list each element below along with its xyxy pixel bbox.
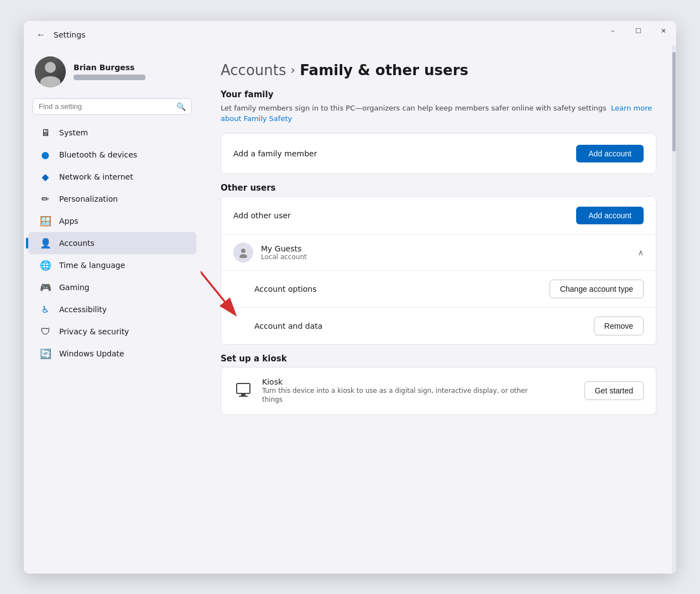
sidebar-item-label-accounts: Accounts [59, 239, 95, 248]
time-icon: 🌐 [39, 259, 51, 271]
user-email-bar [74, 75, 145, 80]
user-section: Brian Burgess [24, 46, 201, 96]
get-started-button[interactable]: Get started [584, 381, 644, 400]
sidebar-item-label-time: Time & language [59, 261, 125, 270]
title-bar: ← Settings − ☐ ✕ [24, 21, 676, 46]
your-family-title: Your family [221, 90, 656, 99]
network-icon: ◆ [39, 171, 51, 183]
search-icon: 🔍 [176, 102, 186, 111]
sidebar-item-label-system: System [59, 128, 88, 137]
other-users-section: Other users Add other user Add account [221, 183, 656, 345]
accounts-icon: 👤 [39, 237, 51, 249]
sidebar-item-apps[interactable]: 🪟 Apps [28, 210, 196, 232]
add-other-user-row: Add other user Add account [221, 197, 656, 235]
account-options-row: Account options Change account type [221, 271, 656, 308]
kiosk-desc: Turn this device into a kiosk to use as … [262, 386, 550, 405]
scrollbar-track[interactable] [672, 46, 676, 574]
breadcrumb-separator: › [291, 63, 296, 77]
sidebar-item-accessibility[interactable]: ♿ Accessibility [28, 298, 196, 320]
sidebar-item-gaming[interactable]: 🎮 Gaming [28, 276, 196, 298]
kiosk-icon [233, 381, 253, 401]
sidebar-item-label-personalization: Personalization [59, 195, 118, 203]
sidebar-item-privacy[interactable]: 🛡 Privacy & security [28, 320, 196, 343]
my-guests-left: My Guests Local account [233, 243, 307, 262]
svg-rect-3 [241, 393, 245, 396]
apps-icon: 🪟 [39, 215, 51, 227]
other-users-title: Other users [221, 183, 656, 193]
add-family-row: Add a family member Add account [221, 134, 656, 174]
accessibility-icon: ♿ [39, 303, 51, 316]
sidebar: Brian Burgess 🔍 🖥 System ● Bluetooth & d… [24, 46, 201, 574]
settings-window: ← Settings − ☐ ✕ Brian Burgess 🔍 [24, 21, 676, 574]
kiosk-info: Kiosk Turn this device into a kiosk to u… [262, 377, 550, 405]
sidebar-item-windows-update[interactable]: 🔄 Windows Update [28, 343, 196, 365]
breadcrumb: Accounts › Family & other users [221, 62, 656, 78]
add-family-card: Add a family member Add account [221, 133, 656, 174]
kiosk-left: Kiosk Turn this device into a kiosk to u… [233, 377, 550, 405]
my-guests-row[interactable]: My Guests Local account ∧ [221, 235, 656, 271]
account-detail-rows: Account options Change account type Acco… [221, 271, 656, 344]
sidebar-item-label-bluetooth: Bluetooth & devices [59, 150, 137, 159]
sidebar-item-time[interactable]: 🌐 Time & language [28, 254, 196, 276]
remove-button[interactable]: Remove [594, 317, 644, 335]
add-family-account-button[interactable]: Add account [576, 145, 644, 162]
avatar [35, 56, 66, 87]
bluetooth-icon: ● [39, 149, 51, 161]
search-input[interactable] [39, 102, 172, 111]
guest-info: My Guests Local account [261, 244, 307, 261]
main-layout: Brian Burgess 🔍 🖥 System ● Bluetooth & d… [24, 46, 676, 574]
sidebar-item-accounts[interactable]: 👤 Accounts [28, 232, 196, 254]
your-family-section: Your family Let family members sign in t… [221, 90, 656, 174]
add-other-account-button[interactable]: Add account [576, 207, 644, 224]
search-box[interactable]: 🔍 [33, 98, 192, 115]
svg-rect-4 [239, 396, 248, 397]
gaming-icon: 🎮 [39, 281, 51, 293]
content-area: Accounts › Family & other users Your fam… [201, 46, 676, 574]
chevron-up-icon: ∧ [638, 248, 644, 257]
user-name: Brian Burgess [74, 63, 145, 72]
maximize-button[interactable]: ☐ [625, 21, 651, 41]
user-info: Brian Burgess [74, 63, 145, 80]
breadcrumb-accounts: Accounts [221, 62, 286, 78]
sidebar-item-label-windows-update: Windows Update [59, 349, 124, 358]
guest-type: Local account [261, 253, 307, 261]
kiosk-row: Kiosk Turn this device into a kiosk to u… [221, 367, 656, 415]
guest-avatar [233, 243, 253, 262]
window-title: Settings [54, 30, 85, 39]
close-button[interactable]: ✕ [651, 21, 676, 41]
account-options-label: Account options [254, 285, 317, 293]
kiosk-title: Set up a kiosk [221, 354, 656, 364]
sidebar-item-label-accessibility: Accessibility [59, 305, 107, 314]
guest-name: My Guests [261, 244, 307, 253]
other-users-card: Add other user Add account [221, 196, 656, 345]
svg-point-1 [239, 254, 247, 258]
kiosk-name: Kiosk [262, 377, 550, 386]
change-account-type-button[interactable]: Change account type [550, 280, 644, 298]
breadcrumb-current: Family & other users [300, 62, 468, 78]
svg-rect-2 [237, 383, 250, 393]
kiosk-card: Kiosk Turn this device into a kiosk to u… [221, 367, 656, 416]
avatar-image [35, 56, 66, 87]
account-data-row: Account and data Remove [221, 308, 656, 344]
sidebar-item-label-gaming: Gaming [59, 283, 90, 292]
scrollbar-thumb[interactable] [672, 52, 676, 151]
add-family-label: Add a family member [233, 149, 317, 158]
sidebar-item-system[interactable]: 🖥 System [28, 122, 196, 144]
privacy-icon: 🛡 [39, 325, 51, 338]
system-icon: 🖥 [39, 127, 51, 139]
window-controls: − ☐ ✕ [600, 21, 676, 41]
kiosk-section: Set up a kiosk [221, 354, 656, 416]
account-data-label: Account and data [254, 322, 322, 330]
minimize-button[interactable]: − [600, 21, 625, 41]
svg-point-0 [241, 249, 245, 253]
sidebar-item-label-network: Network & internet [59, 172, 133, 181]
add-other-user-label: Add other user [233, 211, 291, 220]
sidebar-item-personalization[interactable]: ✏️ Personalization [28, 188, 196, 210]
personalization-icon: ✏️ [39, 193, 51, 205]
sidebar-item-label-apps: Apps [59, 217, 79, 225]
sidebar-item-bluetooth[interactable]: ● Bluetooth & devices [28, 144, 196, 166]
sidebar-item-label-privacy: Privacy & security [59, 327, 129, 336]
sidebar-item-network[interactable]: ◆ Network & internet [28, 166, 196, 188]
your-family-desc: Let family members sign in to this PC—or… [221, 103, 656, 124]
back-button[interactable]: ← [33, 27, 49, 43]
